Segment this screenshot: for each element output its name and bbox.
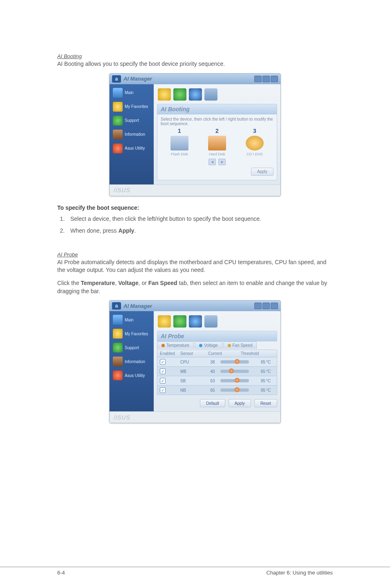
minimize-button[interactable] (254, 303, 262, 309)
col-threshold: Threshold (225, 351, 274, 356)
t: , (115, 280, 118, 286)
panel-title: AI Booting (157, 104, 277, 114)
globe-icon (113, 116, 123, 126)
sidebar-item-label: Main (125, 90, 134, 95)
star-icon (113, 329, 123, 339)
sidebar-item-support[interactable]: Support (111, 341, 152, 354)
apply-button[interactable]: Apply (251, 168, 273, 176)
boot-slot-3[interactable]: 3 CD \ DVD (236, 128, 273, 156)
app-logo-icon: a (112, 75, 121, 83)
enable-checkbox[interactable]: ✓ (160, 387, 166, 393)
default-button[interactable]: Default (200, 399, 225, 407)
enable-checkbox[interactable]: ✓ (160, 368, 166, 374)
toolbar-icon-2[interactable] (173, 88, 186, 101)
enable-checkbox[interactable]: ✓ (160, 359, 166, 365)
sidebar-item-main[interactable]: Main (111, 87, 152, 99)
titlebar: a AI Manager (110, 74, 280, 84)
sidebar-item-label: My Favorites (125, 104, 148, 109)
sidebar-item-label: Information (125, 359, 145, 364)
threshold-slider[interactable] (220, 370, 249, 373)
ai-booting-title: AI Booting (57, 53, 333, 59)
page-footer: 6-4 Chapter 6: Using the utilities (0, 567, 390, 576)
chip-icon (113, 130, 123, 139)
apply-button[interactable]: Apply (229, 399, 251, 407)
tab-fan-speed[interactable]: Fan Speed (223, 341, 257, 349)
sidebar-item-information[interactable]: Information (111, 355, 152, 368)
t: Click the (57, 280, 81, 286)
ai-booting-window: a AI Manager Main My Favorites Support I… (109, 73, 281, 196)
sidebar-item-information[interactable]: Information (111, 128, 152, 141)
threshold-slider[interactable] (220, 379, 249, 382)
current-value: 40 (205, 369, 220, 374)
tab-voltage[interactable]: Voltage (195, 341, 222, 349)
table-row: ✓CPU3885°C (157, 357, 277, 367)
minimize-button[interactable] (254, 76, 262, 82)
left-arrow-button[interactable]: ◂ (208, 159, 216, 165)
toolbar-icon-1[interactable] (158, 315, 171, 328)
globe-icon (113, 343, 123, 352)
reset-button[interactable]: Reset (254, 399, 277, 407)
col-sensor: Sensor (180, 351, 205, 356)
maximize-button[interactable] (262, 303, 270, 309)
unit-label: °C (266, 379, 274, 383)
sidebar-item-asus-utility[interactable]: Asus Utility (111, 142, 152, 155)
slot-number: 3 (236, 128, 273, 134)
ai-booting-desc: AI Booting allows you to specify the boo… (57, 60, 333, 68)
col-current: Current (205, 351, 225, 356)
step-2-text: When done, press (70, 227, 119, 234)
drive-label: Flash Disk (161, 152, 198, 156)
panel-title: AI Probe (157, 331, 277, 341)
brand-footer: /iSUS (110, 411, 280, 423)
unit-label: °C (266, 360, 274, 364)
slot-number: 2 (198, 128, 236, 134)
current-value: 38 (205, 360, 220, 364)
t: Voltage (118, 280, 139, 286)
fan-icon (228, 344, 231, 347)
tab-label: Fan Speed (233, 343, 253, 348)
sidebar-item-asus-utility[interactable]: Asus Utility (111, 369, 152, 382)
window-title: AI Manager (123, 303, 152, 309)
flash-disk-icon (170, 136, 188, 150)
enable-checkbox[interactable]: ✓ (160, 378, 166, 384)
boot-slot-2[interactable]: 2 Hard Disk (198, 128, 236, 156)
tab-temperature[interactable]: Temperature (157, 341, 194, 349)
table-row: ✓MB4065°C (157, 367, 277, 376)
sidebar-item-label: Support (125, 346, 139, 350)
ai-probe-desc: AI Probe automatically detects and displ… (57, 258, 333, 274)
spec-heading: To specify the boot sequence: (57, 204, 333, 211)
toolbar-icon-2[interactable] (173, 315, 186, 328)
toolbar-icon-3[interactable] (189, 315, 202, 328)
sidebar-item-label: Asus Utility (125, 146, 145, 150)
table-row: ✓SB6385°C (157, 376, 277, 386)
ai-probe-click-text: Click the Temperature, Voltage, or Fan S… (57, 279, 333, 295)
sidebar-item-support[interactable]: Support (111, 114, 152, 127)
threshold-slider[interactable] (220, 360, 249, 364)
boot-slot-1[interactable]: 1 Flash Disk (161, 128, 198, 156)
sensor-name: SB (180, 379, 205, 383)
t: Fan Speed (148, 280, 177, 286)
titlebar: a AI Manager (110, 301, 280, 311)
sidebar-item-favorites[interactable]: My Favorites (111, 101, 152, 113)
steps-list: Select a device, then click the left/rig… (57, 215, 333, 235)
threshold-value: 65 (251, 369, 265, 374)
threshold-value: 85 (251, 388, 265, 393)
maximize-button[interactable] (262, 76, 270, 82)
home-icon (113, 88, 123, 98)
brand-footer: /iSUS (110, 184, 280, 196)
toolbar-icon-3[interactable] (189, 88, 202, 101)
toolbar-icon-1[interactable] (158, 88, 171, 101)
right-arrow-button[interactable]: ▸ (218, 159, 226, 165)
threshold-slider[interactable] (220, 388, 249, 392)
tab-label: Temperature (166, 343, 189, 348)
t: , or (139, 280, 148, 286)
sidebar-item-main[interactable]: Main (111, 314, 152, 326)
bolt-icon (199, 344, 202, 347)
close-button[interactable] (271, 303, 278, 309)
sidebar-item-favorites[interactable]: My Favorites (111, 328, 152, 340)
drive-label: CD \ DVD (236, 152, 273, 156)
toolbar-icon-4[interactable] (204, 315, 217, 328)
col-enabled: Enabled (160, 351, 180, 356)
close-button[interactable] (271, 76, 278, 82)
sidebar-item-label: Information (125, 132, 145, 137)
toolbar-icon-4[interactable] (204, 88, 217, 101)
